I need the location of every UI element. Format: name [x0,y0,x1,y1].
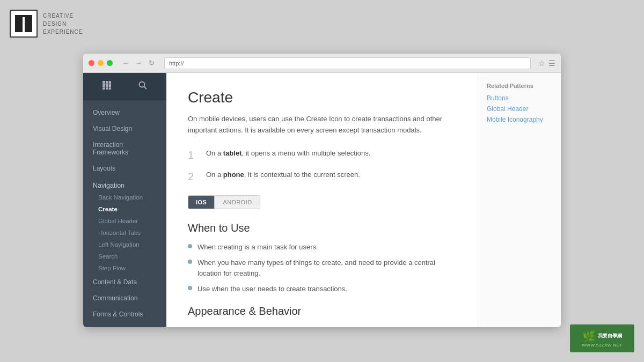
sidebar-item-content-data[interactable]: Content & Data [83,274,166,290]
bullet-item-1: When creating is a main task for users. [188,242,456,253]
traffic-light-green[interactable] [107,60,113,66]
search-icon[interactable] [138,80,148,93]
sidebar-item-create[interactable]: Create [83,203,166,215]
bullet-dot-3 [188,286,192,290]
related-link-global-header[interactable]: Global Header [487,105,552,113]
sidebar-item-horizontal-tabs[interactable]: Horizontal Tabs [83,227,166,239]
browser-chrome: ← → ↻ http:// ☆ ☰ [83,54,561,73]
svg-rect-8 [109,84,111,87]
bullet-item-3: Use when the user needs to create transa… [188,284,456,294]
watermark-content: 🌿 我要自學網 [582,330,622,343]
svg-rect-6 [103,84,105,87]
bullet-dot-2 [188,260,192,264]
item-text-1: On a tablet, it opens a menu with multip… [206,148,370,159]
svg-rect-7 [106,84,108,87]
svg-rect-4 [106,81,108,84]
watermark-text-bottom: WWW.51ZXW.NET [582,343,622,348]
sidebar-section-navigation: Navigation [83,176,166,191]
sidebar-navigation: Overview Visual Design Interaction Frame… [83,100,166,327]
svg-rect-10 [106,87,108,90]
traffic-light-red[interactable] [89,60,94,66]
svg-rect-0 [15,15,23,32]
sidebar-toolbar [83,73,166,100]
svg-rect-5 [109,81,111,84]
brand-bar: CREATIVE DESIGN EXPERIENCE [10,10,83,38]
address-bar[interactable]: http:// [164,57,531,69]
forward-button[interactable]: → [133,58,144,69]
related-link-buttons[interactable]: Buttons [487,94,552,102]
svg-rect-3 [103,81,105,84]
browser-actions: ☆ ☰ [538,59,555,68]
brand-name: CREATIVE DESIGN EXPERIENCE [43,12,83,36]
browser-nav: ← → ↻ [120,58,157,69]
svg-line-13 [144,87,147,90]
appearance-title: Appearance & Behavior [188,305,456,317]
bookmark-icon[interactable]: ☆ [538,59,545,68]
svg-rect-9 [103,87,105,90]
when-to-use-list: When creating is a main task for users. … [188,242,456,294]
sidebar-item-interaction[interactable]: Interaction Frameworks [83,137,166,160]
when-to-use-title: When to Use [188,222,456,234]
browser-content: Overview Visual Design Interaction Frame… [83,73,561,327]
browser-window: ← → ↻ http:// ☆ ☰ [83,54,561,327]
sidebar-item-communication[interactable]: Communication [83,290,166,306]
item-text-2: On a phone, it is contextual to the curr… [206,169,360,181]
numbered-item-1: 1 On a tablet, it opens a menu with mult… [188,148,456,162]
menu-icon[interactable]: ☰ [548,59,555,68]
back-button[interactable]: ← [120,58,131,69]
watermark-icon: 🌿 [582,330,596,343]
brand-logo [10,10,38,38]
sidebar-item-search[interactable]: Search [83,250,166,262]
right-sidebar: Related Patterns Buttons Global Header M… [478,73,561,327]
svg-point-12 [140,82,145,87]
sidebar-item-step-flow[interactable]: Step Flow [83,262,166,274]
sidebar: Overview Visual Design Interaction Frame… [83,73,166,327]
sidebar-item-layouts[interactable]: Layouts [83,160,166,176]
traffic-light-yellow[interactable] [98,60,104,66]
sidebar-item-forms-controls[interactable]: Forms & Controls [83,306,166,322]
item-number-1: 1 [188,148,199,162]
item-number-2: 2 [188,169,199,183]
sidebar-item-back-navigation[interactable]: Back Navigation [83,191,166,203]
bullet-item-2: When you have many types of things to cr… [188,257,456,278]
related-link-mobile-iconography[interactable]: Mobile Iconography [487,116,552,123]
sidebar-item-global-header[interactable]: Global Header [83,215,166,227]
watermark: 🌿 我要自學網 WWW.51ZXW.NET [570,324,634,352]
tab-ios[interactable]: IOS [188,195,215,209]
refresh-button[interactable]: ↻ [146,58,157,69]
numbered-list: 1 On a tablet, it opens a menu with mult… [188,148,456,183]
svg-rect-2 [15,15,32,17]
page-title: Create [188,89,456,106]
sidebar-item-left-navigation[interactable]: Left Navigation [83,239,166,250]
tab-buttons: IOS ANDROID [188,195,456,209]
page-intro: On mobile devices, users can use the Cre… [188,114,456,136]
bullet-dot-1 [188,244,192,248]
tab-android[interactable]: ANDROID [215,195,260,209]
svg-rect-11 [109,87,111,90]
svg-rect-1 [25,15,32,32]
related-patterns-title: Related Patterns [487,83,552,89]
numbered-item-2: 2 On a phone, it is contextual to the cu… [188,169,456,183]
main-content: Create On mobile devices, users can use … [166,73,478,327]
watermark-text-top: 我要自學網 [598,333,622,339]
grid-icon[interactable] [102,80,112,93]
sidebar-item-overview[interactable]: Overview [83,105,166,121]
sidebar-item-visual-design[interactable]: Visual Design [83,121,166,137]
